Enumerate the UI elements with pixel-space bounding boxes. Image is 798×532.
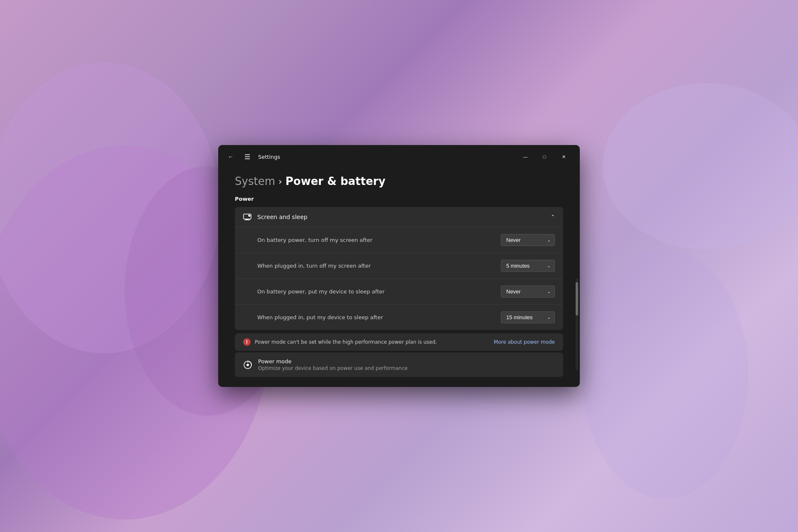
breadcrumb-current: Power & battery: [286, 175, 386, 187]
battery-screen-select-wrapper: Never 1 minute 2 minutes 5 minutes 10 mi…: [501, 234, 555, 246]
screen-sleep-title: Screen and sleep: [257, 214, 308, 220]
plugged-screen-select-wrapper: 1 minute 2 minutes 3 minutes 5 minutes 1…: [501, 260, 555, 272]
chevron-up-icon: ⌃: [551, 214, 555, 220]
screen-sleep-content: On battery power, turn off my screen aft…: [235, 227, 563, 330]
power-mode-title: Power mode: [258, 358, 408, 365]
warning-bar: ! Power mode can't be set while the high…: [235, 333, 563, 351]
power-mode-text: Power mode Optimize your device based on…: [258, 358, 408, 371]
section-label-power: Power: [235, 196, 563, 202]
battery-sleep-label: On battery power, put my device to sleep…: [257, 288, 384, 295]
plugged-sleep-select[interactable]: 5 minutes 10 minutes 15 minutes 20 minut…: [501, 311, 555, 323]
close-button[interactable]: ✕: [554, 150, 573, 163]
breadcrumb-separator: ›: [278, 176, 282, 187]
svg-point-1: [0, 62, 220, 353]
warning-left: ! Power mode can't be set while the high…: [243, 338, 437, 346]
warning-text: Power mode can't be set while the high p…: [255, 339, 437, 345]
battery-screen-select[interactable]: Never 1 minute 2 minutes 5 minutes 10 mi…: [501, 234, 555, 246]
minimize-button[interactable]: —: [516, 150, 535, 163]
setting-row-battery-screen: On battery power, turn off my screen aft…: [235, 227, 563, 253]
power-mode-card[interactable]: Power mode Optimize your device based on…: [235, 352, 563, 377]
setting-row-plugged-sleep: When plugged in, put my device to sleep …: [235, 304, 563, 330]
titlebar: ← ☰ Settings — □ ✕: [218, 145, 580, 168]
setting-row-battery-sleep: On battery power, put my device to sleep…: [235, 278, 563, 304]
battery-sleep-select[interactable]: Never 1 minute 5 minutes 10 minutes 15 m…: [501, 286, 555, 298]
plugged-screen-select[interactable]: 1 minute 2 minutes 3 minutes 5 minutes 1…: [501, 260, 555, 272]
setting-row-plugged-screen: When plugged in, turn off my screen afte…: [235, 253, 563, 278]
power-mode-icon: [243, 360, 252, 369]
card-header-left: Screen and sleep: [243, 213, 308, 221]
restore-button[interactable]: □: [535, 150, 554, 163]
power-mode-description: Optimize your device based on power use …: [258, 365, 408, 371]
back-button[interactable]: ←: [225, 151, 236, 163]
scrollbar-thumb[interactable]: [576, 282, 578, 315]
main-content: System › Power & battery Power: [218, 168, 580, 387]
window-title: Settings: [258, 154, 511, 160]
battery-sleep-select-wrapper: Never 1 minute 5 minutes 10 minutes 15 m…: [501, 286, 555, 298]
plugged-sleep-select-wrapper: 5 minutes 10 minutes 15 minutes 20 minut…: [501, 311, 555, 323]
screen-sleep-icon: [243, 213, 251, 221]
svg-point-4: [582, 249, 748, 499]
more-about-power-mode-link[interactable]: More about power mode: [494, 339, 555, 345]
breadcrumb: System › Power & battery: [235, 175, 563, 187]
screen-sleep-card: Screen and sleep ⌃ On battery power, tur…: [235, 207, 563, 330]
warning-icon: !: [243, 338, 251, 346]
settings-window: ← ☰ Settings — □ ✕ System › Power & batt…: [218, 145, 580, 387]
plugged-screen-label: When plugged in, turn off my screen afte…: [257, 263, 371, 269]
svg-point-3: [603, 83, 798, 249]
menu-button[interactable]: ☰: [241, 151, 253, 163]
breadcrumb-system[interactable]: System: [235, 175, 275, 187]
battery-screen-label: On battery power, turn off my screen aft…: [257, 237, 372, 243]
svg-point-10: [246, 364, 249, 366]
plugged-sleep-label: When plugged in, put my device to sleep …: [257, 314, 383, 320]
screen-sleep-header[interactable]: Screen and sleep ⌃: [235, 207, 563, 227]
scrollbar-track: [576, 278, 578, 370]
window-controls: — □ ✕: [516, 150, 573, 163]
